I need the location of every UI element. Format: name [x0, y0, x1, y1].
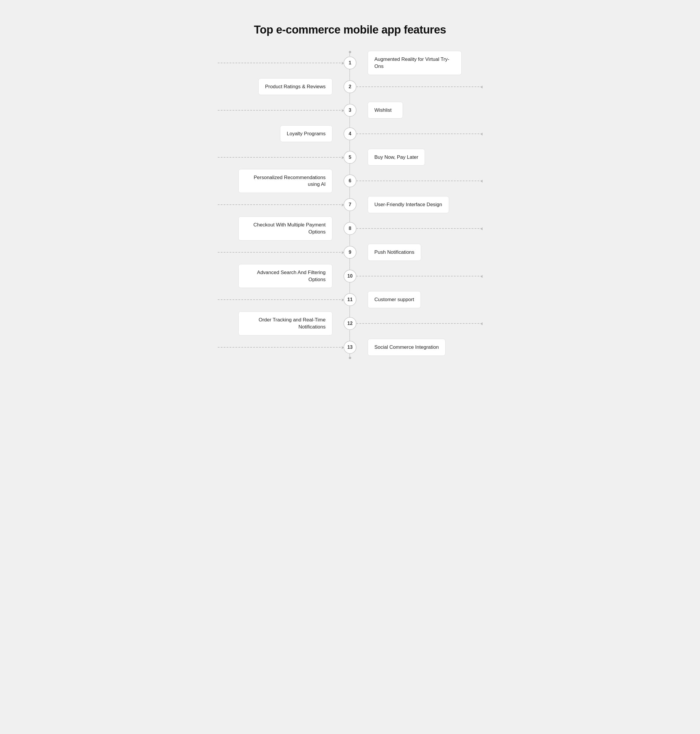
feature-card-left: Personalized Recommendations using AI: [238, 169, 332, 193]
node-number: 8: [344, 222, 356, 235]
node-number: 11: [344, 293, 356, 306]
feature-card-right: Social Commerce Integration: [368, 339, 446, 356]
feature-card-left: Loyalty Programs: [280, 125, 332, 142]
timeline-row: 13Social Commerce Integration: [200, 336, 500, 359]
timeline-row: Loyalty Programs4: [200, 122, 500, 146]
timeline-bottom-dot: [349, 357, 351, 359]
left-connector: [356, 228, 482, 229]
feature-card-right: Push Notifications: [368, 244, 421, 261]
left-connector: [356, 181, 482, 181]
feature-card-left: Checkout With Multiple Payment Options: [238, 217, 332, 240]
node-number: 5: [344, 151, 356, 164]
left-connector: [356, 87, 482, 87]
timeline-row: 1Augmented Reality for Virtual Try-Ons: [200, 51, 500, 75]
main-container: Top e-commerce mobile app features 1Augm…: [194, 12, 506, 377]
timeline-top-dot: [349, 51, 351, 53]
node-number: 6: [344, 174, 356, 187]
node-number: 13: [344, 341, 356, 354]
feature-card-right: Augmented Reality for Virtual Try-Ons: [368, 51, 462, 75]
feature-card-right: Buy Now, Pay Later: [368, 149, 425, 166]
feature-card-right: Customer support: [368, 291, 421, 308]
timeline-row: Order Tracking and Real-Time Notificatio…: [200, 311, 500, 336]
node-number: 2: [344, 80, 356, 93]
feature-card-left: Advanced Search And Filtering Options: [238, 264, 332, 288]
timeline-row: 11Customer support: [200, 288, 500, 311]
left-connector: [356, 323, 482, 324]
timeline-row: 5Buy Now, Pay Later: [200, 146, 500, 169]
node-number: 1: [344, 56, 356, 69]
timeline-row: Personalized Recommendations using AI6: [200, 169, 500, 193]
right-connector: [218, 63, 344, 63]
timeline-row: 7User-Friendly Interface Design: [200, 193, 500, 217]
right-connector: [218, 299, 344, 300]
timeline-row: Checkout With Multiple Payment Options8: [200, 217, 500, 240]
feature-card-left: Order Tracking and Real-Time Notificatio…: [238, 311, 332, 336]
node-number: 9: [344, 246, 356, 259]
feature-card-right: User-Friendly Interface Design: [368, 196, 449, 213]
timeline-row: Product Ratings & Reviews2: [200, 75, 500, 99]
feature-card-right: Wishlist: [368, 102, 403, 119]
timeline: 1Augmented Reality for Virtual Try-OnsPr…: [200, 51, 500, 359]
left-connector: [356, 134, 482, 134]
right-connector: [218, 252, 344, 253]
right-connector: [218, 204, 344, 205]
node-number: 10: [344, 270, 356, 283]
right-connector: [218, 347, 344, 348]
node-number: 4: [344, 127, 356, 140]
node-number: 7: [344, 198, 356, 211]
timeline-row: Advanced Search And Filtering Options10: [200, 264, 500, 288]
right-connector: [218, 157, 344, 158]
timeline-row: 9Push Notifications: [200, 240, 500, 264]
left-connector: [356, 276, 482, 276]
node-number: 3: [344, 104, 356, 117]
page-title: Top e-commerce mobile app features: [200, 24, 500, 36]
node-number: 12: [344, 317, 356, 330]
feature-card-left: Product Ratings & Reviews: [258, 78, 332, 95]
right-connector: [218, 110, 344, 111]
timeline-row: 3Wishlist: [200, 99, 500, 122]
